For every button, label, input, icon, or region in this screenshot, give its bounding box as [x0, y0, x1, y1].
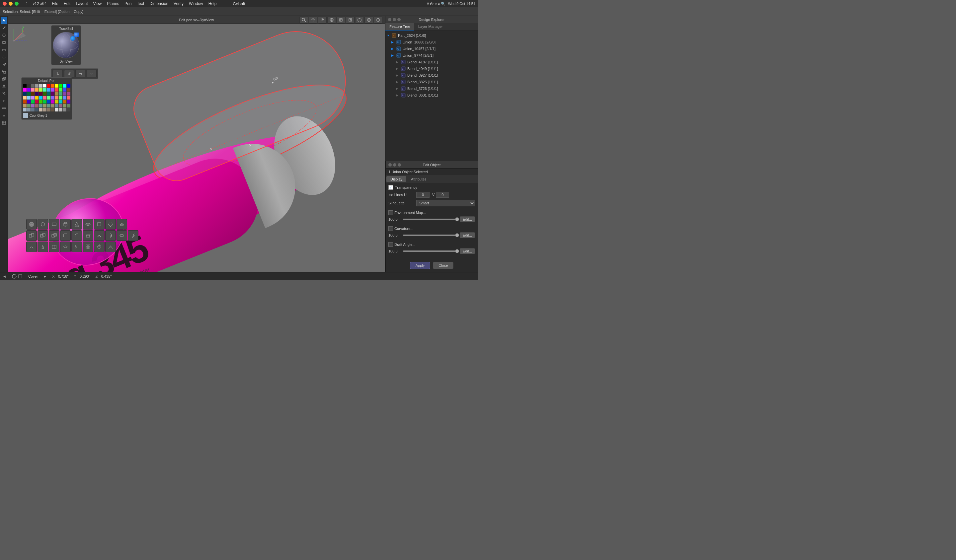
edit-menu[interactable]: Edit	[64, 2, 71, 6]
dimension-tool[interactable]	[1, 46, 7, 53]
curvature-edit-btn[interactable]: Edit...	[460, 232, 475, 238]
rotate-reset-btn[interactable]: ↩	[86, 70, 97, 77]
planes-menu[interactable]: Planes	[107, 2, 119, 6]
layout-menu[interactable]: Layout	[76, 2, 88, 6]
diamond-primitive[interactable]	[105, 219, 116, 230]
rotate-flip-btn[interactable]: ⇋	[75, 70, 85, 77]
sweep-btn[interactable]	[94, 230, 105, 241]
rotate-cw-btn[interactable]: ↻	[53, 70, 63, 77]
color-pink[interactable]	[31, 88, 35, 92]
silhouette-select[interactable]: Smart None All	[416, 200, 475, 206]
twist-btn[interactable]	[71, 242, 82, 252]
color-black[interactable]	[23, 84, 27, 88]
trackball-widget[interactable]: TrackBall DynView	[51, 25, 81, 65]
color-olive[interactable]	[43, 92, 46, 96]
color-blue[interactable]	[67, 84, 71, 88]
tab-layer-manager[interactable]: Layer Manager	[414, 23, 447, 30]
color-fuchsia[interactable]	[51, 100, 55, 104]
file-menu[interactable]: File	[52, 2, 58, 6]
half-sphere-primitive[interactable]	[116, 219, 127, 230]
zoom-tool[interactable]	[299, 16, 308, 24]
surface-tool[interactable]	[1, 112, 7, 119]
color-light-gray[interactable]	[35, 84, 39, 88]
window-menu[interactable]: Window	[189, 2, 203, 6]
curvature-checkbox[interactable]	[388, 226, 393, 231]
cylinder-primitive[interactable]	[60, 219, 71, 230]
color-moss[interactable]	[43, 104, 46, 108]
color-emerald[interactable]	[31, 100, 35, 104]
color-steel-blue[interactable]	[39, 104, 42, 108]
color-slate[interactable]	[55, 104, 58, 108]
loft-tool[interactable]	[1, 83, 7, 89]
color-burnt-orange[interactable]	[23, 100, 27, 104]
color-dusty-rose[interactable]	[35, 104, 39, 108]
lattice-btn[interactable]	[83, 242, 93, 252]
boolean-tool[interactable]	[1, 76, 7, 82]
minimize-button[interactable]	[9, 2, 13, 6]
env-map-slider[interactable]	[403, 219, 458, 220]
de-close[interactable]	[388, 18, 392, 21]
color-gold[interactable]	[35, 96, 39, 99]
color-green2[interactable]	[43, 100, 46, 104]
curvature-slider-thumb[interactable]	[455, 233, 459, 237]
text-menu[interactable]: Text	[137, 2, 144, 6]
color-teal[interactable]	[47, 92, 50, 96]
color-very-light-gray[interactable]	[39, 84, 42, 88]
color-light-green[interactable]	[59, 88, 62, 92]
status-right-arrow[interactable]: ►	[43, 275, 47, 278]
trim-tool[interactable]	[1, 90, 7, 97]
viewport[interactable]: Felt pen.xe--DynView F T	[8, 16, 385, 272]
draft-angle-edit-btn[interactable]: Edit...	[460, 248, 475, 254]
draft-angle-slider[interactable]	[403, 251, 458, 252]
eo-maximize[interactable]	[398, 163, 401, 166]
extrude-btn[interactable]	[83, 230, 93, 241]
color-mauve[interactable]	[31, 104, 35, 108]
split-btn[interactable]	[49, 242, 60, 252]
isolines-v-input[interactable]	[436, 192, 449, 198]
chamfer-btn[interactable]	[71, 230, 82, 241]
env-map-slider-thumb[interactable]	[455, 217, 459, 221]
taper-btn[interactable]	[38, 242, 48, 252]
move-tool[interactable]	[1, 54, 7, 60]
color-seafoam[interactable]	[59, 92, 62, 96]
color-cool-grey-3[interactable]	[31, 108, 35, 111]
color-charcoal[interactable]	[67, 108, 71, 111]
color-orange[interactable]	[51, 84, 55, 88]
deform-btn[interactable]	[26, 242, 37, 252]
color-lavender[interactable]	[31, 96, 35, 99]
eo-close[interactable]	[388, 163, 392, 166]
tree-item-blend3726[interactable]: ▶ B Blend_3726 [1/1/1]	[385, 85, 478, 92]
front-view[interactable]: F	[336, 16, 345, 24]
surface-display[interactable]	[365, 16, 373, 24]
color-pine[interactable]	[67, 104, 71, 108]
color-salmon[interactable]	[55, 96, 58, 99]
color-dark-violet[interactable]	[51, 92, 55, 96]
isolines-u-input[interactable]	[416, 192, 429, 198]
shell-btn[interactable]	[116, 230, 127, 241]
color-light-coral[interactable]	[67, 96, 71, 99]
color-deep-blue[interactable]	[27, 100, 30, 104]
box3-primitive[interactable]	[94, 219, 105, 230]
color-periwinkle[interactable]	[63, 96, 66, 99]
cone-primitive[interactable]	[71, 219, 82, 230]
color-rose[interactable]	[67, 92, 71, 96]
status-left-arrow[interactable]: ◄	[3, 275, 6, 278]
box-primitive[interactable]	[38, 219, 48, 230]
color-sage[interactable]	[27, 104, 30, 108]
select-tool[interactable]	[1, 17, 7, 24]
tab-feature-tree[interactable]: Feature Tree	[385, 23, 414, 30]
color-olive2[interactable]	[55, 100, 58, 104]
de-minimize[interactable]	[393, 18, 396, 21]
color-peach[interactable]	[35, 88, 39, 92]
color-brown[interactable]	[67, 88, 71, 92]
color-sand[interactable]	[51, 104, 55, 108]
color-medium-purple[interactable]	[63, 92, 66, 96]
tree-item-blend4187[interactable]: ▶ B Blend_4187 [1/1/1]	[385, 59, 478, 65]
close-button[interactable]	[3, 2, 7, 6]
scale-tool[interactable]	[1, 68, 7, 75]
color-light-blue[interactable]	[63, 88, 66, 92]
tree-item-blend3927[interactable]: ▶ B Blend_3927 [1/1/1]	[385, 72, 478, 78]
color-azure[interactable]	[39, 96, 42, 99]
text-tool[interactable]: T	[1, 97, 7, 104]
color-crimson[interactable]	[35, 100, 39, 104]
